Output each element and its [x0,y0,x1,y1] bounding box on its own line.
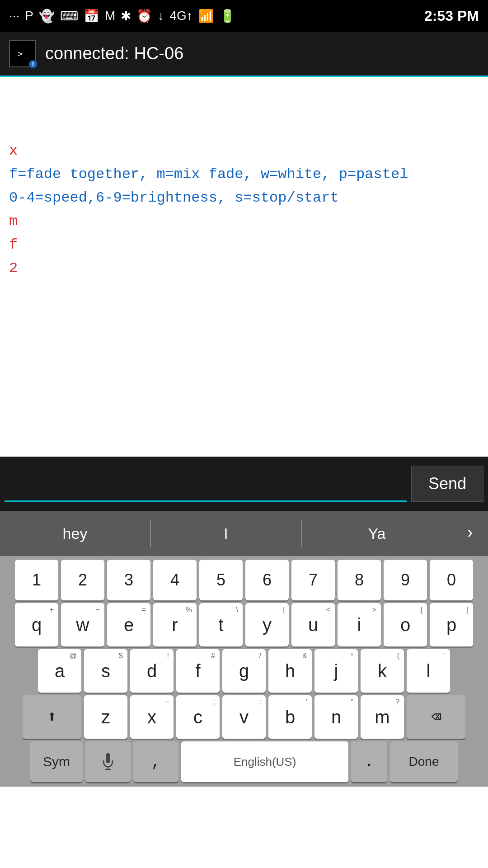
app-header: >_ B connected: HC-06 [0,32,488,77]
key-l[interactable]: 'l [407,649,450,693]
key-4[interactable]: 4 [153,560,197,600]
key-w[interactable]: −w [61,603,104,646]
key-o[interactable]: [o [384,603,427,646]
input-bar: Send [0,457,488,511]
shift-key[interactable]: ⬆ [23,695,81,739]
space-key[interactable]: English(US) [181,741,348,782]
app-icon: >_ B [9,40,36,67]
done-key[interactable]: Done [390,741,458,782]
key-i[interactable]: >i [338,603,381,646]
app-title: connected: HC-06 [45,44,183,63]
key-2[interactable]: 2 [61,560,104,600]
key-7[interactable]: 7 [291,560,335,600]
suggestion-i[interactable]: I [151,511,301,556]
top-spacer [9,86,479,140]
key-v[interactable]: :v [222,695,266,739]
comma-key[interactable]: , [133,741,178,782]
key-a[interactable]: @a [38,649,81,693]
terminal-line-1: f=fade together, m=mix fade, w=white, p=… [9,164,479,185]
status-signal-icon: 📶 [198,9,214,24]
key-c[interactable]: ;c [176,695,220,739]
terminal-line-4: f [9,234,479,256]
terminal-line-2: 0-4=speed,6-9=brightness, s=stop/start [9,187,479,209]
status-dots: ··· [9,9,19,23]
status-battery-icon: 🔋 [220,9,235,24]
status-time: 2:53 PM [424,8,479,24]
bottom-row: Sym , English(US) . Done [2,741,486,782]
qwerty-row: +q −w =e %r \t |y <u >i [o ]p [2,603,486,646]
sym-key[interactable]: Sym [30,741,83,782]
terminal-icon: >_ [18,49,28,58]
key-9[interactable]: 9 [384,560,427,600]
asdf-row: @a $s !d #f /g &h *j (k 'l [2,649,486,693]
zxcv-row: ⬆ z −x ;c :v 'b "n ?m ⌫ [2,695,486,739]
key-f[interactable]: #f [176,649,220,693]
bluetooth-badge: B [29,60,37,68]
status-left-icons: ··· P 👻 ⌨ 📅 M ✱ ⏰ ↓ 4G↑ 📶 🔋 [9,9,235,24]
key-6[interactable]: 6 [245,560,289,600]
status-p-icon: P [25,9,33,23]
status-calendar-icon: 📅 [84,9,99,24]
num-row: 1 2 3 4 5 6 7 8 9 0 [2,560,486,600]
key-b[interactable]: 'b [268,695,312,739]
key-e[interactable]: =e [107,603,150,646]
key-5[interactable]: 5 [199,560,243,600]
key-s[interactable]: $s [84,649,127,693]
status-bar: ··· P 👻 ⌨ 📅 M ✱ ⏰ ↓ 4G↑ 📶 🔋 2:53 PM [0,0,488,32]
mic-icon [102,753,114,770]
key-n[interactable]: "n [314,695,358,739]
key-q[interactable]: +q [15,603,58,646]
status-4g-icon: 4G↑ [169,9,192,23]
backspace-key[interactable]: ⌫ [407,695,465,739]
keyboard: 1 2 3 4 5 6 7 8 9 0 +q −w =e %r \t |y <u… [0,556,488,787]
message-input[interactable] [5,466,407,502]
key-r[interactable]: %r [153,603,197,646]
status-bluetooth-icon: ✱ [121,9,131,24]
status-download-icon: ↓ [158,9,164,23]
key-8[interactable]: 8 [338,560,381,600]
svg-rect-0 [106,753,110,763]
key-y[interactable]: |y [245,603,289,646]
key-j[interactable]: *j [314,649,358,693]
mic-key[interactable] [85,741,131,782]
suggestion-more-arrow[interactable]: › [452,511,488,556]
key-m[interactable]: ?m [361,695,404,739]
key-u[interactable]: <u [291,603,335,646]
key-h[interactable]: &h [268,649,312,693]
status-alarm-icon: ⏰ [136,9,152,24]
key-0[interactable]: 0 [430,560,473,600]
key-3[interactable]: 3 [107,560,150,600]
terminal-line-5: 2 [9,258,479,279]
send-button[interactable]: Send [411,466,483,502]
status-snap-icon: 👻 [39,9,55,24]
status-keyboard-icon: ⌨ [60,9,78,24]
key-d[interactable]: !d [130,649,174,693]
period-key[interactable]: . [351,741,387,782]
suggestion-ya[interactable]: Ya [302,511,452,556]
terminal-line-3: m [9,211,479,232]
status-gmail-icon: M [105,9,115,23]
terminal-line-0: x [9,140,479,162]
suggestion-hey[interactable]: hey [0,511,150,556]
key-t[interactable]: \t [199,603,243,646]
key-g[interactable]: /g [222,649,266,693]
content-area: x f=fade together, m=mix fade, w=white, … [0,77,488,457]
key-p[interactable]: ]p [430,603,473,646]
key-z[interactable]: z [84,695,127,739]
key-x[interactable]: −x [130,695,174,739]
suggestions-bar: hey I Ya › [0,511,488,556]
key-1[interactable]: 1 [15,560,58,600]
key-k[interactable]: (k [361,649,404,693]
